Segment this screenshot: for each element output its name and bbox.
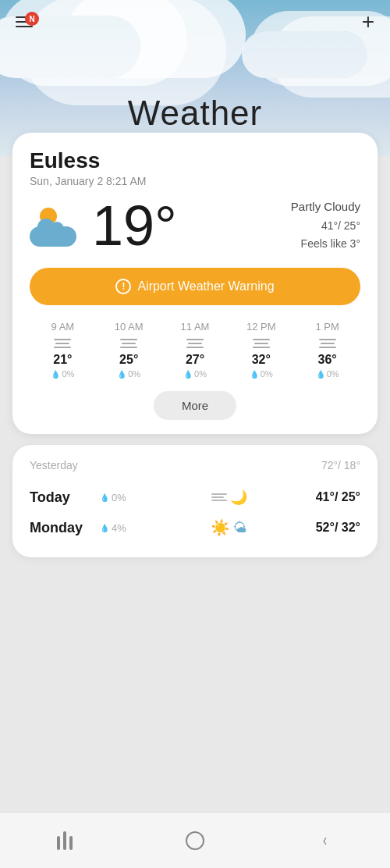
hour-item-9am: 9 AM 21° 💧0% xyxy=(30,321,96,379)
wind-line xyxy=(211,493,227,495)
location-name: Euless xyxy=(30,148,360,173)
cloud-main xyxy=(30,226,76,247)
hour-temp: 27° xyxy=(162,353,229,367)
drop-icon: 💧 xyxy=(250,370,259,379)
day-name-today: Today xyxy=(30,489,100,506)
monday-precip: 💧4% xyxy=(100,522,143,534)
yesterday-temps: 72°/ 18° xyxy=(321,459,360,471)
main-content: Euless Sun, January 2 8:21 AM 19° Partly… xyxy=(0,133,390,557)
drop-icon: 💧 xyxy=(316,370,325,379)
today-temps: 41°/ 25° xyxy=(316,490,360,504)
weather-condition: Partly Cloudy xyxy=(291,197,360,217)
partly-cloudy-icon: 🌤 xyxy=(233,520,247,536)
high-low: 41°/ 25° xyxy=(291,217,360,236)
wind-line-2 xyxy=(254,343,268,344)
drop-icon: 💧 xyxy=(51,370,60,379)
nav-lines-icon xyxy=(57,831,73,850)
wind-line-1 xyxy=(186,339,204,340)
warning-icon: ! xyxy=(115,279,131,294)
hour-temp: 32° xyxy=(228,353,294,367)
wind-line-1 xyxy=(319,339,336,340)
hour-time: 12 PM xyxy=(228,321,294,333)
nav-back-button[interactable]: ‹ xyxy=(308,824,342,858)
today-precip: 💧0% xyxy=(100,492,143,503)
wind-line-1 xyxy=(54,339,71,340)
menu-button[interactable]: N xyxy=(16,16,33,27)
wind-icon xyxy=(253,339,270,348)
hour-icon xyxy=(96,339,162,348)
hour-time: 11 AM xyxy=(162,321,229,333)
wind-icon xyxy=(120,339,137,348)
wind-line-1 xyxy=(253,339,270,340)
moon-icon: 🌙 xyxy=(230,489,247,506)
nav-line-3 xyxy=(69,836,73,850)
hour-item-11am: 11 AM 27° 💧0% xyxy=(162,321,229,379)
wind-icon-small xyxy=(211,493,227,501)
add-button[interactable]: + xyxy=(362,11,374,33)
wind-line-2 xyxy=(321,343,335,344)
nav-line-2 xyxy=(63,831,66,850)
temperature-details: Partly Cloudy 41°/ 25° Feels like 3° xyxy=(291,197,360,254)
wind-icon xyxy=(54,339,71,348)
feels-like: Feels like 3° xyxy=(291,235,360,254)
hour-precip: 💧0% xyxy=(30,369,96,379)
day-name-monday: Monday xyxy=(30,520,100,536)
navigation-bar: ‹ xyxy=(0,812,390,868)
warning-label: Airport Weather Warning xyxy=(137,279,274,293)
drop-icon: 💧 xyxy=(117,370,126,379)
nav-home-circle-button[interactable] xyxy=(178,824,212,858)
wind-line xyxy=(211,496,224,498)
hour-time: 10 AM xyxy=(96,321,162,333)
nav-line-1 xyxy=(57,836,60,850)
hour-item-10am: 10 AM 25° 💧0% xyxy=(96,321,162,379)
weather-icon-main xyxy=(30,204,84,247)
hour-time: 9 AM xyxy=(30,321,96,333)
airport-warning-button[interactable]: ! Airport Weather Warning xyxy=(30,268,360,305)
nav-circle-icon xyxy=(186,831,204,850)
wind-line-3 xyxy=(319,347,336,348)
temperature-row: 19° Partly Cloudy 41°/ 25° Feels like 3° xyxy=(30,197,360,254)
hour-precip: 💧0% xyxy=(228,369,294,379)
monday-temps: 52°/ 32° xyxy=(316,521,360,535)
hour-temp: 21° xyxy=(30,353,96,367)
wind-line-3 xyxy=(253,347,270,348)
notification-badge: N xyxy=(25,12,39,26)
daily-forecast-card: Yesterday 72°/ 18° Today 💧0% 🌙 41°/ 25° xyxy=(12,445,378,557)
temperature-display: 19° xyxy=(92,197,283,254)
wind-icon xyxy=(319,339,336,348)
today-row: Today 💧0% 🌙 41°/ 25° xyxy=(30,482,360,512)
location-date: Sun, January 2 8:21 AM xyxy=(30,175,360,187)
wind-line-3 xyxy=(120,347,137,348)
wind-line-2 xyxy=(55,343,69,344)
hour-precip: 💧0% xyxy=(294,369,360,379)
nav-back-icon: ‹ xyxy=(323,831,327,851)
hour-item-12pm: 12 PM 32° 💧0% xyxy=(228,321,294,379)
hour-precip: 💧0% xyxy=(96,369,162,379)
hour-temp: 25° xyxy=(96,353,162,367)
wind-line-1 xyxy=(120,339,137,340)
wind-icon xyxy=(186,339,204,348)
yesterday-label: Yesterday xyxy=(30,459,78,471)
main-weather-card: Euless Sun, January 2 8:21 AM 19° Partly… xyxy=(12,133,378,434)
drop-icon: 💧 xyxy=(183,370,193,379)
top-bar: N + xyxy=(0,0,390,44)
menu-line-3 xyxy=(16,26,33,27)
sun-icon-small: ☀️ xyxy=(211,518,230,537)
hour-icon xyxy=(228,339,294,348)
yesterday-row: Yesterday 72°/ 18° xyxy=(30,459,360,471)
more-button[interactable]: More xyxy=(154,391,236,420)
monday-row: Monday 💧4% ☀️ 🌤 52°/ 32° xyxy=(30,512,360,543)
hour-precip: 💧0% xyxy=(162,369,229,379)
wind-line-2 xyxy=(122,343,136,344)
hour-icon xyxy=(294,339,360,348)
nav-home-button[interactable] xyxy=(48,824,82,858)
today-icons: 🌙 xyxy=(143,489,316,506)
page-title: Weather xyxy=(0,94,390,133)
wind-line-3 xyxy=(54,347,71,348)
wind-line xyxy=(211,500,227,501)
hour-temp: 36° xyxy=(294,353,360,367)
hour-item-1pm: 1 PM 36° 💧0% xyxy=(294,321,360,379)
wind-line-2 xyxy=(188,343,202,344)
nav-lines-row xyxy=(57,831,73,850)
hour-icon xyxy=(30,339,96,348)
